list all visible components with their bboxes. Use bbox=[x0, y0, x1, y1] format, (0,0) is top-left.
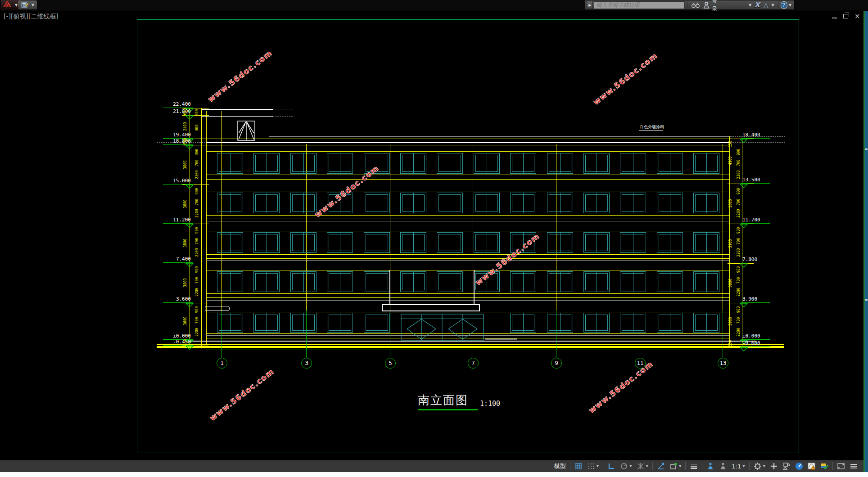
portal-column bbox=[389, 270, 390, 304]
level-label: 3.900 bbox=[742, 296, 757, 302]
model-button[interactable]: 模型 bbox=[552, 461, 568, 472]
background-window-text-fragment bbox=[865, 299, 868, 301]
dimension-text: 900 bbox=[737, 266, 741, 273]
tower-door bbox=[237, 121, 255, 141]
a360-caret-icon[interactable]: ▼ bbox=[771, 3, 774, 7]
level-marker: -0.600 bbox=[741, 341, 770, 347]
window-mullion bbox=[377, 272, 377, 292]
drawing-scale: 1:100 bbox=[480, 400, 500, 408]
window bbox=[327, 313, 353, 333]
customize-plus-icon[interactable] bbox=[768, 461, 780, 472]
autodesk-360-icon[interactable]: △ bbox=[764, 1, 769, 9]
otrack-icon[interactable] bbox=[655, 461, 667, 472]
quick-access-caret-icon[interactable]: ▼ bbox=[32, 3, 34, 7]
level-label: 11.700 bbox=[742, 217, 760, 223]
exchange-apps-icon[interactable]: X bbox=[755, 1, 760, 9]
snap-icon[interactable]: ▼ bbox=[585, 461, 601, 472]
window bbox=[583, 153, 610, 174]
window-mullion bbox=[413, 272, 414, 292]
window bbox=[217, 232, 243, 253]
axis-bubble: 1 bbox=[217, 358, 227, 369]
window bbox=[217, 193, 243, 213]
level-marker: 13.500 bbox=[741, 177, 770, 184]
window bbox=[620, 271, 646, 292]
workspace-gear-icon-caret[interactable]: ▼ bbox=[763, 464, 765, 468]
level-label: 18.800 bbox=[173, 138, 191, 144]
sign-in-caret-icon[interactable]: ▼ bbox=[749, 3, 751, 7]
app-menu-caret-icon[interactable]: ▼ bbox=[15, 3, 18, 7]
isodraft-icon[interactable]: ▼ bbox=[634, 461, 651, 472]
dimension-text: 2200 bbox=[737, 328, 741, 336]
osnap-icon[interactable]: ▼ bbox=[667, 461, 683, 472]
window bbox=[693, 271, 719, 292]
annotation-scale-button[interactable]: 1:1▼ bbox=[729, 461, 747, 472]
window-mullion bbox=[450, 193, 450, 213]
dimension-text: 3900 bbox=[728, 317, 732, 325]
window-mullion bbox=[633, 313, 633, 332]
annotation-visibility-icon[interactable] bbox=[704, 461, 717, 472]
sign-in-button[interactable]: 登录 bbox=[712, 0, 722, 13]
annotation-scale-button-caret[interactable]: ▼ bbox=[742, 464, 745, 468]
level-triangle-icon bbox=[740, 139, 748, 143]
dimension-text: 3800 bbox=[183, 278, 187, 287]
search-go-icon[interactable]: ▶ bbox=[587, 1, 593, 9]
clean-screen-icon[interactable] bbox=[835, 461, 847, 472]
material-note: 白色外墙涂料 bbox=[640, 124, 664, 130]
user-icon[interactable] bbox=[703, 2, 710, 9]
dimension-chain bbox=[734, 139, 734, 347]
dimension-text: 150 bbox=[728, 141, 732, 147]
polar-tracking-icon[interactable]: ▼ bbox=[618, 461, 634, 472]
floor-slab-line bbox=[206, 182, 729, 182]
facade-band-line bbox=[206, 231, 729, 231]
restore-icon[interactable] bbox=[843, 14, 848, 18]
window bbox=[657, 271, 683, 292]
dimension-text: 700 bbox=[737, 160, 741, 166]
window-mullion bbox=[303, 233, 304, 252]
window bbox=[364, 271, 390, 292]
help-button[interactable]: ? bbox=[781, 1, 787, 9]
annotation-autoscale-icon[interactable] bbox=[717, 461, 729, 472]
lineweight-icon[interactable] bbox=[687, 461, 700, 472]
isolate-objects-icon[interactable] bbox=[780, 461, 793, 472]
save-as-icon[interactable] bbox=[21, 1, 28, 9]
status-divider bbox=[832, 462, 833, 470]
tower-roof-line bbox=[202, 116, 273, 117]
dimension-text: 900 bbox=[195, 227, 199, 234]
performance-warning-icon[interactable] bbox=[805, 461, 818, 472]
dimension-text: 3600 bbox=[183, 316, 187, 325]
isodraft-icon-caret[interactable]: ▼ bbox=[646, 464, 648, 468]
window bbox=[400, 271, 426, 292]
window bbox=[474, 193, 500, 213]
customization-menu-icon[interactable] bbox=[847, 461, 860, 472]
dimension-text: 3900 bbox=[728, 279, 732, 287]
window-mullion bbox=[633, 153, 633, 173]
window bbox=[583, 193, 610, 213]
dimension-text: 900 bbox=[195, 306, 199, 313]
ortho-icon[interactable] bbox=[605, 461, 618, 472]
facade-band-line bbox=[206, 192, 729, 192]
window bbox=[583, 271, 610, 292]
window-mullion bbox=[450, 153, 450, 173]
search-binoculars-icon[interactable] bbox=[692, 2, 700, 8]
level-label: 22.400 bbox=[173, 101, 191, 107]
search-input[interactable] bbox=[594, 1, 684, 9]
viewport-controls[interactable]: [-][俯视][二维线框] bbox=[4, 13, 59, 21]
dimension-text: 2200 bbox=[737, 248, 741, 256]
workspace-gear-icon[interactable]: ▼ bbox=[751, 461, 768, 472]
snap-icon-caret[interactable]: ▼ bbox=[597, 464, 599, 468]
window-mullion bbox=[340, 313, 340, 332]
window-mullion bbox=[523, 272, 524, 292]
window-mullion bbox=[706, 193, 707, 213]
polar-tracking-icon-caret[interactable]: ▼ bbox=[629, 464, 632, 468]
grid-icon[interactable] bbox=[572, 461, 585, 472]
close-icon[interactable]: × bbox=[854, 14, 860, 19]
dimension-text: 700 bbox=[195, 160, 199, 166]
osnap-icon-caret[interactable]: ▼ bbox=[679, 464, 681, 468]
trusted-dwg-icon[interactable] bbox=[818, 461, 831, 472]
title-bar: ▼ ▼ ▶ 登录 ▼ X △ ▼ ? ▼ bbox=[0, 0, 868, 10]
minimize-icon[interactable] bbox=[832, 18, 837, 18]
window bbox=[583, 313, 610, 333]
dimension-text: 450 bbox=[183, 339, 187, 346]
graphics-performance-icon[interactable] bbox=[793, 461, 805, 472]
help-caret-icon[interactable]: ▼ bbox=[789, 3, 791, 7]
